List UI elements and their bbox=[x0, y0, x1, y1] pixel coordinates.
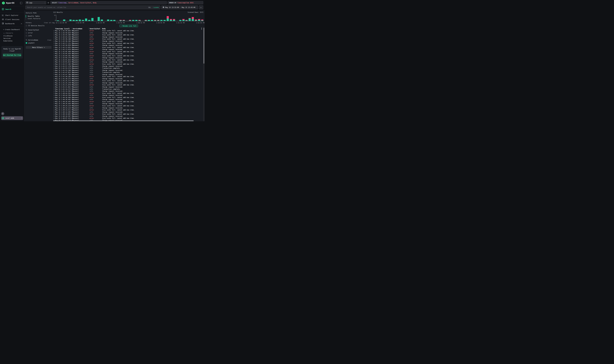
chevron-up-icon[interactable] bbox=[21, 23, 22, 25]
histogram-bar[interactable] bbox=[98, 17, 100, 21]
log-row[interactable]: May 15 1:41:14.361 PMpaymentinfoCharge r… bbox=[53, 90, 203, 92]
log-row[interactable]: May 15 1:42:27.131 PMpaymenterrorVisa ca… bbox=[53, 42, 203, 44]
horizontal-scrollbar-thumb[interactable] bbox=[53, 120, 194, 121]
filter-option-info[interactable]: info bbox=[26, 35, 52, 37]
sql-language-toggle[interactable]: SQL bbox=[148, 7, 151, 8]
log-row[interactable]: May 15 1:40:38.462 PMpaymentinfoCharge r… bbox=[53, 99, 203, 101]
histogram-bar[interactable] bbox=[138, 20, 141, 20]
row-expand-chevron-icon[interactable] bbox=[53, 68, 54, 69]
vertical-scrollbar-thumb[interactable] bbox=[203, 28, 204, 64]
log-row[interactable]: May 15 1:41:14.373 PMpaymentinfoTransact… bbox=[53, 88, 203, 90]
log-row[interactable]: May 15 1:41:21.652 PMpaymentinfoCharge r… bbox=[53, 86, 203, 88]
histogram-bar[interactable] bbox=[138, 20, 141, 21]
histogram-bar[interactable] bbox=[113, 20, 115, 21]
denoise-results-checkbox[interactable]: Denoise Results bbox=[26, 25, 52, 27]
histogram-bar[interactable] bbox=[170, 20, 172, 21]
histogram-bar[interactable] bbox=[170, 19, 172, 20]
row-expand-chevron-icon[interactable] bbox=[53, 118, 54, 119]
histogram-bar[interactable] bbox=[192, 17, 194, 19]
log-row[interactable]: May 15 1:41:30.283 PMpaymenterrorVisa ca… bbox=[53, 76, 203, 78]
row-expand-chevron-icon[interactable] bbox=[53, 43, 54, 44]
log-row[interactable]: May 15 1:41:57.178 PMpaymentinfoCharge r… bbox=[53, 65, 203, 67]
log-row[interactable]: May 15 1:42:05.460 PMpaymenterrorVisa ca… bbox=[53, 51, 203, 53]
histogram-bar[interactable] bbox=[173, 19, 175, 20]
column-resize-handle[interactable] bbox=[71, 28, 72, 29]
histogram-bar[interactable] bbox=[164, 20, 166, 21]
sidebar-preset-clickhouse[interactable]: Clickhouse bbox=[0, 35, 24, 37]
user-menu[interactable]: U Local mode bbox=[1, 116, 23, 120]
column-resize-handle[interactable] bbox=[88, 28, 89, 29]
clear-all-link[interactable]: Clear all bbox=[44, 22, 52, 24]
filter-option-error[interactable]: error bbox=[26, 32, 52, 34]
histogram-bar[interactable] bbox=[119, 20, 122, 20]
row-expand-chevron-icon[interactable] bbox=[53, 92, 54, 94]
row-expand-chevron-icon[interactable] bbox=[53, 65, 54, 67]
time-range-picker[interactable]: May 15 13:32:00 - May 15 13:43:00 bbox=[161, 5, 198, 9]
source-select[interactable]: Logs ⌃⌄ bbox=[25, 1, 46, 4]
row-expand-chevron-icon[interactable] bbox=[53, 111, 54, 113]
histogram-bar[interactable] bbox=[85, 18, 87, 21]
histogram-bar[interactable] bbox=[69, 20, 72, 21]
log-row[interactable]: May 15 1:40:07.413 PMpaymenterrorVisa ca… bbox=[53, 117, 203, 119]
histogram-bar[interactable] bbox=[145, 20, 147, 20]
histogram-bar[interactable] bbox=[110, 20, 112, 21]
log-row[interactable]: May 15 1:42:26.920 PMpaymentinfoCharge r… bbox=[53, 44, 203, 46]
histogram-bar[interactable] bbox=[183, 20, 184, 21]
histogram-bar[interactable] bbox=[195, 20, 197, 21]
log-row[interactable]: May 15 1:42:05.450 PMpaymentinfoCharge r… bbox=[53, 53, 203, 55]
sidebar-item-client-sessions[interactable]: Client Sessions bbox=[0, 17, 24, 22]
row-expand-chevron-icon[interactable] bbox=[53, 116, 54, 117]
histogram-bar[interactable] bbox=[189, 18, 191, 18]
log-row[interactable]: May 15 1:41:21.678 PMpaymenterrorVisa ca… bbox=[53, 84, 203, 86]
histogram-bar[interactable] bbox=[185, 20, 188, 20]
histogram-bar[interactable] bbox=[88, 20, 90, 21]
log-row[interactable]: May 15 1:42:43.360 PMpaymenterrorVisa ca… bbox=[53, 34, 203, 36]
column-header-timestamp[interactable]: Timestamp (Local) bbox=[55, 28, 70, 30]
row-expand-chevron-icon[interactable] bbox=[53, 70, 54, 71]
histogram-bar[interactable] bbox=[91, 18, 93, 21]
log-row[interactable]: May 15 1:42:13.019 PMpaymentinfoCharge r… bbox=[53, 49, 203, 51]
events-histogram[interactable]: 12 0 May 15 1:32:00 PM1:33:45 PM1:35:15 … bbox=[53, 14, 204, 23]
histogram-bar[interactable] bbox=[76, 20, 78, 21]
histogram-bar[interactable] bbox=[145, 20, 147, 21]
log-row[interactable]: May 15 1:42:43.336 PMpaymentinfoCharge r… bbox=[53, 36, 203, 38]
histogram-bar[interactable] bbox=[192, 19, 194, 21]
log-row[interactable]: May 15 1:40:10.597 PMpaymentinfoCharge r… bbox=[53, 115, 203, 117]
log-row[interactable]: May 15 1:40:24.214 PMpaymentinfoCharge r… bbox=[53, 107, 203, 109]
collapse-sidebar-icon[interactable] bbox=[20, 2, 22, 4]
histogram-bar[interactable] bbox=[201, 20, 203, 21]
row-expand-chevron-icon[interactable] bbox=[53, 32, 54, 34]
log-row[interactable]: May 15 1:40:26.445 PMpaymenterrorVisa ca… bbox=[53, 101, 203, 103]
histogram-bar[interactable] bbox=[201, 20, 203, 21]
histogram-bar[interactable] bbox=[129, 20, 131, 20]
row-expand-chevron-icon[interactable] bbox=[53, 40, 54, 42]
row-expand-chevron-icon[interactable] bbox=[53, 97, 54, 99]
row-expand-chevron-icon[interactable] bbox=[53, 39, 54, 40]
resume-live-tail-button[interactable]: ⚡ Resume Live Tail bbox=[119, 25, 138, 27]
row-expand-chevron-icon[interactable] bbox=[53, 109, 54, 111]
row-expand-chevron-icon[interactable] bbox=[53, 74, 54, 76]
log-row[interactable]: May 15 1:41:30.275 PMpaymentinfoCharge r… bbox=[53, 78, 203, 80]
histogram-bar[interactable] bbox=[154, 20, 156, 21]
log-row[interactable]: May 15 1:40:44.546 PMpaymentinfoCharge r… bbox=[53, 94, 203, 96]
histogram-bar[interactable] bbox=[157, 20, 159, 21]
histogram-bar[interactable] bbox=[107, 20, 109, 21]
log-row[interactable]: May 15 1:41:53.274 PMpaymentinfoTransact… bbox=[53, 67, 203, 69]
column-header-servicename[interactable]: ServiceName bbox=[73, 28, 82, 30]
create-dashboard-button[interactable]: + Create Dashboard bbox=[0, 27, 24, 32]
histogram-bar[interactable] bbox=[73, 20, 75, 21]
sidebar-preset-kubernetes[interactable]: Kubernetes bbox=[0, 40, 24, 42]
histogram-bar[interactable] bbox=[160, 20, 162, 21]
histogram-bar[interactable] bbox=[101, 20, 103, 21]
log-row[interactable]: May 15 1:41:53.260 PMpaymentinfoCharge r… bbox=[53, 69, 203, 71]
histogram-bar[interactable] bbox=[185, 20, 188, 21]
row-expand-chevron-icon[interactable] bbox=[53, 105, 54, 107]
log-row[interactable]: May 15 1:40:24.219 PMpaymenterrorVisa ca… bbox=[53, 105, 203, 107]
row-expand-chevron-icon[interactable] bbox=[53, 53, 54, 55]
histogram-bar[interactable] bbox=[167, 18, 169, 21]
row-expand-chevron-icon[interactable] bbox=[53, 36, 54, 38]
log-row[interactable]: May 15 1:42:01.814 PMpaymentinfoCharge r… bbox=[53, 61, 203, 63]
histogram-bar[interactable] bbox=[63, 20, 65, 21]
histogram-bar[interactable] bbox=[79, 20, 81, 21]
table-options-kebab-icon[interactable]: ••• bbox=[201, 27, 202, 30]
